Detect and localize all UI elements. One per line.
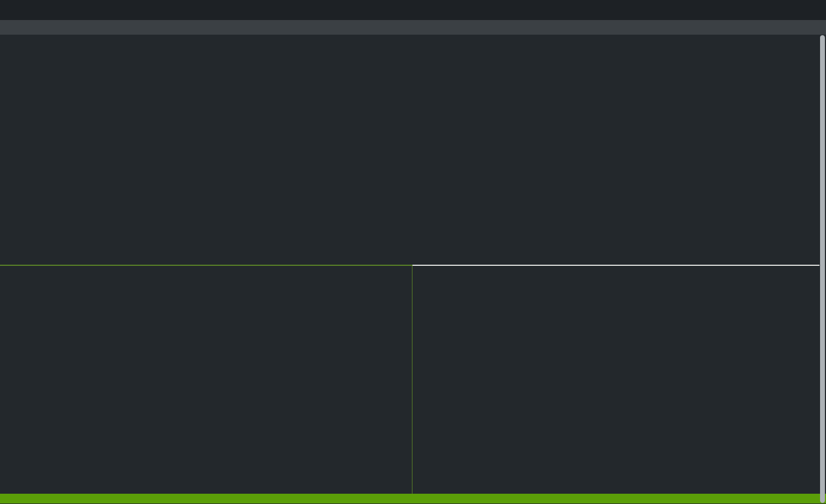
scrollbar-thumb[interactable] [820,35,825,503]
window-titlebar[interactable] [0,0,826,20]
pane-border-horizontal-inactive [412,265,820,266]
scrollbar-track[interactable] [819,35,826,504]
shell-pane[interactable] [0,35,826,265]
menu-bar [0,20,826,35]
top-pane[interactable] [412,267,820,494]
terminal-area [0,35,826,504]
pane-border-horizontal-active [0,265,412,266]
ls-output-line [1,45,826,55]
tmux-status-bar [0,494,826,503]
shell-prompt-line [1,55,826,65]
pane-border-horizontal [0,265,826,266]
shell-prompt-line [1,36,826,45]
vim-pane[interactable] [0,267,412,494]
